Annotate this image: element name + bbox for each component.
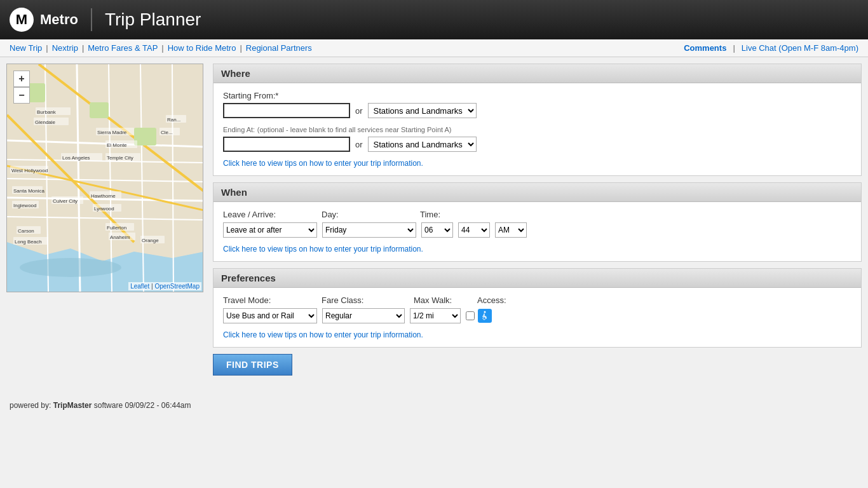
navigation-bar: New Trip | Nextrip | Metro Fares & TAP |… (0, 39, 868, 57)
starting-landmark-select[interactable]: Stations and Landmarks My Location (368, 103, 477, 118)
fare-class-label: Fare Class: (322, 295, 414, 305)
max-walk-select[interactable]: 1/4 mi 1/2 mi 3/4 mi 1 mi (410, 308, 461, 323)
nav-sep-4: | (240, 43, 241, 53)
nav-left-links: New Trip | Nextrip | Metro Fares & TAP |… (10, 43, 312, 53)
access-label: Access: (477, 295, 528, 305)
software-text: software (94, 401, 123, 410)
nav-sep-1: | (46, 43, 48, 53)
where-section: Where Starting From:* or Stations and La… (213, 64, 862, 176)
hour-select[interactable]: 0102030405 06070809 101112 (421, 222, 453, 238)
find-trips-button[interactable]: FIND TRIPS (213, 354, 292, 376)
starting-or-text: or (355, 106, 363, 116)
max-walk-label: Max Walk: (414, 295, 477, 305)
where-section-body: Starting From:* or Stations and Landmark… (214, 83, 861, 175)
when-controls-row: Leave at or after Arrive by Sunday Monda… (223, 222, 851, 238)
svg-text:Lynwood: Lynwood (94, 206, 114, 212)
find-trips-container: FIND TRIPS (213, 354, 862, 376)
leave-arrive-label: Leave / Arrive: (223, 210, 322, 219)
travel-mode-select[interactable]: Use Bus and or Rail Bus Only Rail Only (223, 308, 317, 323)
nav-new-trip[interactable]: New Trip (10, 43, 42, 53)
minute-select[interactable]: 0005101520 25303540 44455055 (458, 222, 490, 238)
when-section-body: Leave / Arrive: Day: Time: Leave at or a… (214, 202, 861, 261)
nav-sep-2: | (82, 43, 84, 53)
svg-text:Sierra Madre: Sierra Madre (97, 130, 127, 135)
map-zoom-controls: + − (13, 71, 30, 104)
svg-text:Santa Monica: Santa Monica (13, 188, 44, 194)
svg-text:Anaheim: Anaheim (110, 234, 130, 240)
starting-from-label: Starting From:* (223, 91, 851, 100)
nav-regional-partners[interactable]: Regional Partners (246, 43, 312, 53)
wheelchair-svg (480, 311, 490, 321)
ending-at-label: Ending At: (optional - leave blank to fi… (223, 125, 851, 134)
ampm-select[interactable]: AM PM (495, 222, 527, 238)
svg-text:El Monte: El Monte (107, 142, 127, 148)
zoom-in-button[interactable]: + (13, 71, 30, 87)
svg-text:Long Beach: Long Beach (15, 239, 42, 245)
svg-point-56 (20, 258, 121, 277)
when-section-header: When (214, 183, 861, 202)
starting-from-input[interactable] (223, 103, 350, 118)
svg-rect-17 (134, 128, 156, 146)
preferences-section-header: Preferences (214, 269, 861, 288)
ending-at-row: or Stations and Landmarks My Location (223, 137, 851, 152)
osm-link[interactable]: OpenStreetMap (154, 283, 200, 290)
where-tips-link[interactable]: Click here to view tips on how to enter … (223, 159, 423, 168)
time-label: Time: (420, 210, 484, 219)
day-select[interactable]: Sunday Monday Tuesday Wednesday Thursday… (322, 222, 416, 238)
page-title: Trip Planner (105, 10, 201, 30)
svg-text:Cle...: Cle... (161, 130, 173, 135)
software-name: TripMaster (53, 401, 92, 410)
zoom-out-button[interactable]: − (13, 87, 30, 104)
svg-text:West Hollywood: West Hollywood (11, 168, 48, 173)
svg-text:Hawthorne: Hawthorne (91, 193, 116, 199)
powered-by-text: powered by: (10, 401, 51, 410)
svg-rect-16 (90, 102, 109, 118)
nav-sep-3: | (161, 43, 163, 53)
ending-landmark-select[interactable]: Stations and Landmarks My Location (368, 137, 477, 152)
metro-logo: M (10, 8, 34, 32)
leave-arrive-select[interactable]: Leave at or after Arrive by (223, 222, 317, 238)
where-section-header: Where (214, 64, 861, 83)
nav-nextrip[interactable]: Nextrip (52, 43, 78, 53)
logo-letter: M (16, 13, 27, 27)
nav-how-to-ride[interactable]: How to Ride Metro (168, 43, 236, 53)
nav-fares[interactable]: Metro Fares & TAP (88, 43, 158, 53)
form-panel: Where Starting From:* or Stations and La… (213, 64, 862, 376)
fare-class-select[interactable]: Regular Senior/Disabled Student (322, 308, 405, 323)
when-labels-row: Leave / Arrive: Day: Time: (223, 210, 851, 219)
nav-live-chat[interactable]: Live Chat (Open M-F 8am-4pm) (742, 43, 858, 53)
svg-text:Los Angeles: Los Angeles (62, 155, 90, 161)
leaflet-link[interactable]: Leaflet (130, 283, 149, 290)
svg-text:Fullerton: Fullerton (107, 225, 126, 231)
svg-text:Burbank: Burbank (37, 109, 57, 115)
app-header: M Metro Trip Planner (0, 0, 868, 39)
starting-from-row: or Stations and Landmarks My Location (223, 103, 851, 118)
preferences-section-body: Travel Mode: Fare Class: Max Walk: Acces… (214, 288, 861, 347)
svg-text:Culver City: Culver City (53, 198, 78, 204)
svg-text:Inglewood: Inglewood (13, 203, 36, 208)
svg-text:Orange: Orange (142, 238, 159, 243)
pref-controls-row: Use Bus and or Rail Bus Only Rail Only R… (223, 308, 851, 323)
day-label: Day: (322, 210, 420, 219)
ending-or-text: or (355, 140, 363, 149)
when-section: When Leave / Arrive: Day: Time: Leave at… (213, 182, 862, 262)
footer-datetime: 09/09/22 - 06:44am (125, 401, 191, 410)
svg-text:Carson: Carson (18, 228, 34, 234)
access-area (466, 309, 492, 323)
svg-text:Ran...: Ran... (167, 117, 180, 123)
nav-sep-5: | (733, 43, 735, 53)
map-svg: Burbank Glendale Los Angeles West Hollyw… (7, 64, 203, 292)
travel-mode-label: Travel Mode: (223, 295, 322, 305)
svg-text:Temple City: Temple City (107, 155, 133, 161)
footer: powered by: TripMaster software 09/09/22… (0, 395, 868, 416)
access-checkbox[interactable] (466, 311, 475, 320)
preferences-section: Preferences Travel Mode: Fare Class: Max… (213, 268, 862, 348)
svg-text:Glendale: Glendale (35, 119, 56, 125)
ending-at-input[interactable] (223, 137, 350, 152)
when-tips-link[interactable]: Click here to view tips on how to enter … (223, 245, 423, 254)
svg-point-57 (484, 311, 486, 313)
nav-comments[interactable]: Comments (684, 43, 726, 53)
preferences-tips-link[interactable]: Click here to view tips on how to enter … (223, 330, 423, 339)
map-container: + − (6, 64, 203, 292)
wheelchair-icon[interactable] (478, 309, 492, 323)
